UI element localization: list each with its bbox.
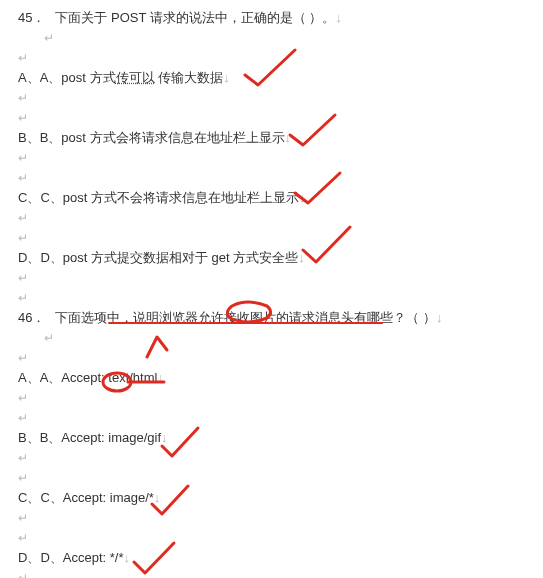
q46-option-b: B、B、Accept: image/gif↓ bbox=[18, 428, 525, 448]
paragraph-mark: ↵ bbox=[18, 108, 525, 128]
q46-d-text: D、D、Accept: */* bbox=[18, 550, 123, 565]
q46-stem-line: 46．下面选项中，说明浏览器允许接收图片的请求消息头有哪些？（ ）↓ bbox=[18, 308, 525, 328]
paragraph-mark: ↵ bbox=[18, 348, 525, 368]
paragraph-mark: ↵ bbox=[18, 268, 525, 288]
paragraph-mark: ↵ bbox=[18, 328, 525, 348]
q45-a-tail: 传输大数据 bbox=[155, 70, 224, 85]
paragraph-mark: ↵ bbox=[18, 208, 525, 228]
paragraph-mark: ↵ bbox=[18, 168, 525, 188]
soft-return-icon: ↓ bbox=[436, 310, 443, 325]
soft-return-icon: ↓ bbox=[154, 490, 161, 505]
q45-a-prefix: A、A、post 方式 bbox=[18, 70, 116, 85]
paragraph-mark: ↵ bbox=[18, 508, 525, 528]
q45-stem-line: 45．下面关于 POST 请求的说法中，正确的是（ ）。↓ bbox=[18, 8, 525, 28]
q45-option-d: D、D、post 方式提交数据相对于 get 方式安全些↓ bbox=[18, 248, 525, 268]
q45-number: 45． bbox=[18, 10, 45, 25]
q46-b-text: B、B、Accept: image/gif bbox=[18, 430, 161, 445]
paragraph-mark: ↵ bbox=[18, 448, 525, 468]
q45-d-text: D、D、post 方式提交数据相对于 get 方式安全些 bbox=[18, 250, 298, 265]
q46-option-c: C、C、Accept: image/*↓ bbox=[18, 488, 525, 508]
soft-return-icon: ↓ bbox=[335, 10, 342, 25]
soft-return-icon: ↓ bbox=[157, 370, 164, 385]
q46-number: 46． bbox=[18, 310, 45, 325]
q46-a-text: A、A、Accept: text/html bbox=[18, 370, 157, 385]
q46-stem: 下面选项中，说明浏览器允许接收图片的请求消息头有哪些？（ ） bbox=[55, 310, 436, 325]
q45-option-c: C、C、post 方式不会将请求信息在地址栏上显示↓ bbox=[18, 188, 525, 208]
soft-return-icon: ↓ bbox=[123, 550, 130, 565]
q46-option-d: D、D、Accept: */*↓ bbox=[18, 548, 525, 568]
q45-stem: 下面关于 POST 请求的说法中，正确的是（ ）。 bbox=[55, 10, 335, 25]
soft-return-icon: ↓ bbox=[161, 430, 168, 445]
paragraph-mark: ↵ bbox=[18, 528, 525, 548]
q46-option-a: A、A、Accept: text/html↓ bbox=[18, 368, 525, 388]
soft-return-icon: ↓ bbox=[223, 70, 230, 85]
paragraph-mark: ↵ bbox=[18, 388, 525, 408]
paragraph-mark: ↵ bbox=[18, 288, 525, 308]
q45-option-a: A、A、post 方式传可以 传输大数据↓ bbox=[18, 68, 525, 88]
paragraph-mark: ↵ bbox=[18, 408, 525, 428]
paragraph-mark: ↵ bbox=[18, 28, 525, 48]
soft-return-icon: ↓ bbox=[298, 250, 305, 265]
paragraph-mark: ↵ bbox=[18, 88, 525, 108]
q45-c-text: C、C、post 方式不会将请求信息在地址栏上显示 bbox=[18, 190, 299, 205]
q45-b-text: B、B、post 方式会将请求信息在地址栏上显示 bbox=[18, 130, 285, 145]
paragraph-mark: ↵ bbox=[18, 568, 525, 578]
q46-c-text: C、C、Accept: image/* bbox=[18, 490, 154, 505]
soft-return-icon: ↓ bbox=[285, 130, 292, 145]
q45-a-underlined: 传可以 bbox=[116, 70, 155, 85]
paragraph-mark: ↵ bbox=[18, 148, 525, 168]
q45-option-b: B、B、post 方式会将请求信息在地址栏上显示↓ bbox=[18, 128, 525, 148]
soft-return-icon: ↓ bbox=[299, 190, 306, 205]
document-page: 45．下面关于 POST 请求的说法中，正确的是（ ）。↓ ↵ ↵ A、A、po… bbox=[0, 0, 543, 578]
paragraph-mark: ↵ bbox=[18, 48, 525, 68]
paragraph-mark: ↵ bbox=[18, 468, 525, 488]
paragraph-mark: ↵ bbox=[18, 228, 525, 248]
